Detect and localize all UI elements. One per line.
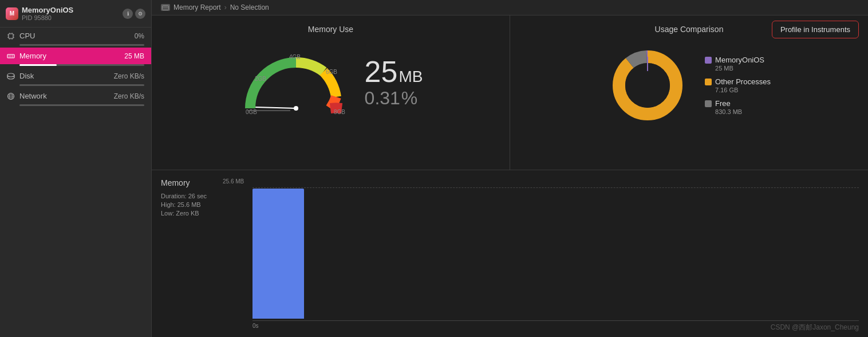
legend-item-other: Other Processes 7.16 GB: [705, 77, 771, 93]
memory-percent-symbol: %: [401, 88, 417, 109]
chart-grid-line-top: [252, 187, 859, 188]
header-icons: ℹ ⚙: [123, 9, 145, 19]
legend-value-app: 25 MB: [715, 65, 771, 72]
sidebar: M MemoryOniOS PID 95880 ℹ ⚙ CPU 0: [0, 0, 152, 337]
chart-area: 25.6 MB 0s: [252, 178, 859, 331]
memory-percent: 0.31: [365, 88, 400, 109]
legend-value-other: 7.16 GB: [715, 87, 771, 93]
memory-progress-bar: [19, 64, 57, 66]
memory-icon: [7, 52, 15, 60]
chart-y-max-label: 25.6 MB: [223, 178, 859, 185]
memory-unit: MB: [399, 68, 423, 86]
memory-progress-container: [19, 64, 144, 66]
chart-duration: Duration: 26 sec: [161, 193, 230, 199]
svg-rect-0: [9, 34, 13, 38]
network-progress-container: [19, 104, 144, 106]
sidebar-item-cpu[interactable]: CPU 0%: [0, 28, 151, 44]
breadcrumb-bar: Memory Report › No Selection: [152, 0, 868, 15]
window-icon: [161, 4, 170, 11]
memory-use-title: Memory Use: [163, 25, 498, 34]
sidebar-item-memory[interactable]: Memory 25 MB: [0, 48, 151, 64]
app-pid: PID 95880: [22, 14, 73, 21]
legend-item-app: MemoryOniOS 25 MB: [705, 56, 771, 72]
cpu-icon: [7, 32, 15, 40]
main-content: Memory Report › No Selection Profile in …: [152, 0, 868, 337]
breadcrumb-root: Memory Report: [173, 3, 221, 11]
chart-x-label: 0s: [252, 323, 259, 329]
chart-title: Memory: [161, 178, 230, 187]
app-name: MemoryOniOS: [22, 6, 73, 14]
gauge-area: 0GB 2GB 4GB 6GB 8GB 25 MB: [239, 45, 423, 120]
usage-comparison-panel: Usage Comparison: [510, 15, 868, 170]
gauge-chart: 0GB 2GB 4GB 6GB 8GB: [239, 45, 353, 120]
chart-info: Memory Duration: 26 sec High: 25.6 MB Lo…: [161, 178, 230, 331]
breadcrumb-current: No Selection: [230, 3, 269, 11]
disk-progress-container: [19, 84, 144, 86]
svg-text:6GB: 6GB: [326, 69, 337, 75]
profile-in-instruments-button[interactable]: Profile in Instruments: [772, 21, 859, 38]
sidebar-header: M MemoryOniOS PID 95880 ℹ ⚙: [0, 0, 151, 28]
bottom-section: Memory Duration: 26 sec High: 25.6 MB Lo…: [152, 170, 868, 337]
memory-use-panel: Memory Use 0GB 2GB: [152, 15, 510, 170]
donut-chart: [607, 45, 688, 126]
svg-text:0GB: 0GB: [246, 109, 257, 115]
chart-bar: [252, 189, 304, 319]
chart-low: Low: Zero KB: [161, 210, 230, 217]
legend-item-free: Free 830.3 MB: [705, 99, 771, 115]
sidebar-item-memory-label: Memory: [19, 52, 120, 60]
sidebar-item-disk[interactable]: Disk Zero KB/s: [0, 68, 151, 84]
sidebar-item-disk-value: Zero KB/s: [114, 72, 144, 80]
legend-color-free: [705, 100, 712, 107]
breadcrumb-separator: ›: [224, 3, 227, 11]
sidebar-item-disk-label: Disk: [19, 72, 109, 80]
cpu-progress-container: [19, 44, 144, 46]
svg-text:2GB: 2GB: [255, 76, 266, 82]
legend-value-free: 830.3 MB: [715, 108, 771, 115]
app-icon: M: [6, 7, 18, 20]
svg-point-16: [7, 73, 14, 77]
legend-name-free: Free: [715, 99, 731, 108]
network-icon: [7, 92, 15, 100]
sidebar-item-network-value: Zero KB/s: [114, 92, 144, 100]
info-icon[interactable]: ℹ: [123, 9, 133, 19]
sidebar-item-network[interactable]: Network Zero KB/s: [0, 88, 151, 104]
watermark: CSDN @西邮Jaxon_Cheung: [771, 323, 859, 332]
legend-name-other: Other Processes: [715, 77, 771, 86]
sidebar-item-memory-value: 25 MB: [124, 52, 144, 60]
svg-text:8GB: 8GB: [334, 109, 345, 115]
chart-high: High: 25.6 MB: [161, 201, 230, 208]
legend-color-app: [705, 57, 712, 64]
svg-line-29: [256, 107, 296, 108]
legend-color-other: [705, 79, 712, 85]
disk-icon: [7, 72, 15, 80]
donut-area: MemoryOniOS 25 MB Other Processes 7.16 G…: [607, 45, 771, 126]
gauge-readout: 25 MB 0.31 %: [365, 57, 423, 109]
sidebar-item-cpu-label: CPU: [19, 32, 130, 40]
memory-value: 25: [365, 57, 398, 87]
sidebar-item-network-label: Network: [19, 92, 109, 100]
settings-icon[interactable]: ⚙: [135, 9, 145, 19]
legend: MemoryOniOS 25 MB Other Processes 7.16 G…: [705, 56, 771, 115]
svg-rect-22: [163, 5, 169, 10]
top-section: Memory Use 0GB 2GB: [152, 15, 868, 170]
svg-text:4GB: 4GB: [289, 54, 301, 60]
sidebar-item-cpu-value: 0%: [135, 32, 144, 40]
svg-point-30: [294, 106, 298, 111]
legend-name-app: MemoryOniOS: [715, 56, 764, 64]
chart-x-axis-line: [252, 320, 859, 321]
